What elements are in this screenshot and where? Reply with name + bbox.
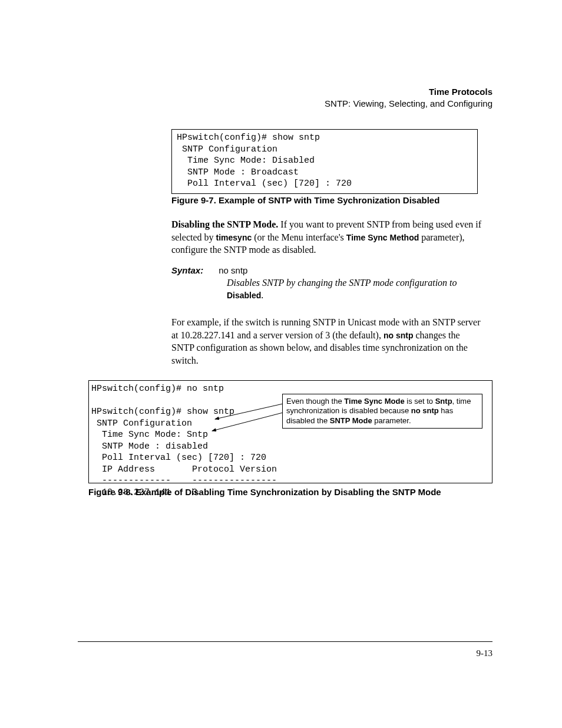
page: Time Protocols SNTP: Viewing, Selecting,… [0, 0, 562, 728]
paragraph-disabling-sntp: Disabling the SNTP Mode. If you want to … [171, 218, 484, 256]
header-subtitle: SNTP: Viewing, Selecting, and Configurin… [325, 98, 492, 110]
ann-c: is set to [405, 397, 435, 406]
syntax-block: Syntax: no sntp Disables SNTP by changin… [171, 265, 484, 302]
annotation-callout: Even though the Time Sync Mode is set to… [282, 394, 482, 429]
inline-time-sync-method: Time Sync Method [346, 233, 419, 242]
ann-f: no sntp [411, 406, 439, 415]
figure-caption-1: Figure 9-7. Example of SNTP with Time Sy… [171, 195, 439, 205]
syntax-description: Disables SNTP by changing the SNTP mode … [227, 277, 484, 302]
page-header: Time Protocols SNTP: Viewing, Selecting,… [325, 86, 492, 110]
paragraph-example: For example, if the switch is running SN… [171, 316, 484, 367]
syntax-desc-c: . [261, 290, 263, 300]
figure-caption-2: Figure 9-8. Example of Disabling Time Sy… [88, 487, 441, 497]
syntax-desc-disabled: Disabled [227, 291, 261, 300]
ann-b: Time Sync Mode [344, 397, 404, 406]
ann-h: SNTP Mode [330, 416, 372, 425]
inline-no-sntp: no sntp [384, 331, 414, 340]
header-title: Time Protocols [325, 86, 492, 98]
para1-b: (or the Menu interface's [252, 232, 346, 242]
syntax-desc-a: Disables SNTP by changing the SNTP mode … [227, 278, 457, 288]
code-block-1: HPswitch(config)# show sntp SNTP Configu… [171, 129, 478, 194]
syntax-label: Syntax: [171, 265, 203, 275]
syntax-command: no sntp [219, 265, 247, 275]
para1-lead: Disabling the SNTP Mode. [171, 219, 278, 229]
footer-rule [78, 641, 492, 642]
ann-a: Even though the [286, 397, 344, 406]
ann-d: Sntp [435, 397, 452, 406]
inline-timesync: timesync [216, 233, 252, 242]
ann-i: parameter. [372, 416, 411, 425]
page-number: 9-13 [477, 648, 493, 658]
